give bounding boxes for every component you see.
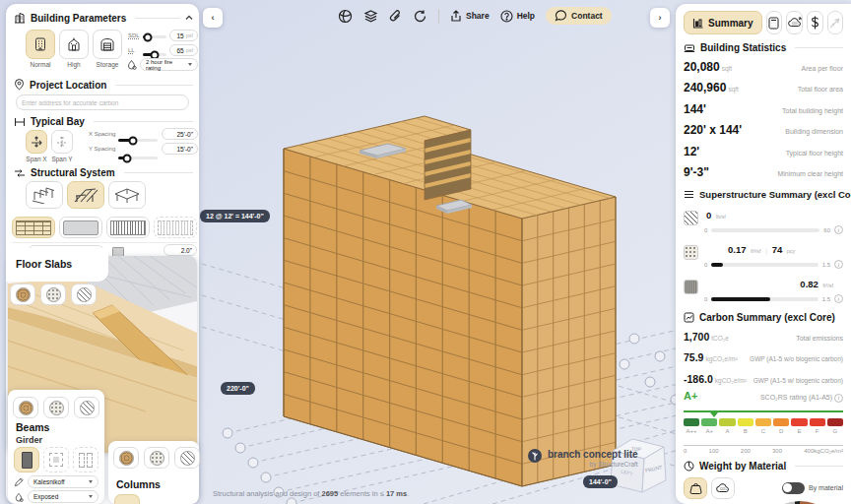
beam-material-steel-button[interactable] (74, 397, 99, 418)
column-shape-button-partial[interactable] (114, 494, 140, 504)
ll-value-field[interactable]: 65psf (169, 44, 198, 56)
rating-segment: D (773, 418, 789, 426)
building-type-normal-button[interactable] (26, 30, 55, 59)
building-icon (14, 12, 26, 24)
system-option-2-button[interactable] (67, 181, 104, 209)
stat-row: 220' x 144'Building dimension (684, 120, 843, 138)
girder-exposure-select[interactable]: Exposed (28, 490, 98, 503)
girder-double-button[interactable] (73, 447, 98, 472)
concrete-range[interactable] (711, 263, 818, 267)
stat-label: Area per floor (802, 65, 843, 72)
floor-slab-material-row (10, 284, 97, 305)
gwp-biogenic-unit: kgCO₂e/m² (715, 377, 747, 384)
span-y-button[interactable] (51, 130, 73, 154)
gwp-value: 75.9 (684, 351, 703, 363)
slab-type-concrete-button[interactable] (59, 217, 102, 238)
tab-cost[interactable] (807, 11, 823, 34)
fire-rating-select[interactable]: 2 hour fire rating (140, 58, 198, 71)
axis-tick: 400kgCO₂e/m² (804, 448, 843, 454)
range-min: 0 (704, 227, 707, 233)
column-material-steel-button[interactable] (174, 447, 200, 469)
y-spacing-slider[interactable] (118, 157, 158, 159)
total-emissions-unit: tCO₂e (711, 335, 729, 342)
sdl-slider[interactable] (143, 35, 166, 38)
timber-range[interactable] (711, 297, 818, 301)
steel-range[interactable] (711, 228, 819, 232)
status-suffix: . (407, 489, 409, 498)
column-material-concrete-button[interactable] (144, 447, 169, 469)
refresh-icon[interactable] (413, 9, 427, 24)
column-material-wood-button[interactable] (113, 447, 139, 469)
branch-logo-icon (528, 449, 542, 463)
building-type-storage-button[interactable] (93, 30, 122, 59)
tab-summary[interactable]: Summary (684, 11, 762, 34)
girder-box-button[interactable] (43, 447, 69, 472)
collapse-right-panel-button[interactable]: › (650, 8, 670, 28)
svg-text:CO₂: CO₂ (792, 22, 799, 26)
slab-material-hybrid-button[interactable] (71, 284, 97, 305)
app-window: TOP LEFT FRONT 12 @ 12' = 144'-0" 220'-0… (0, 0, 851, 504)
carbon-summary-title: Carbon Summary (excl Core) (699, 312, 835, 323)
beam-material-wood-button[interactable] (13, 397, 38, 418)
girder-supplier-select[interactable]: Kalesnikoff (28, 475, 98, 488)
ribbed-pattern (110, 220, 146, 235)
ll-value: 65 (176, 47, 183, 54)
beam-material-concrete-button[interactable] (43, 397, 69, 418)
share-icon (450, 10, 462, 23)
chevron-down-icon (188, 63, 192, 66)
ll-slider[interactable] (143, 53, 166, 56)
stat-label: Typical floor height (786, 150, 843, 157)
slab-type-ribbed-button[interactable] (106, 217, 150, 238)
system-option-3-button[interactable] (108, 181, 146, 209)
share-button[interactable]: Share (450, 10, 490, 23)
x-spacing-slider[interactable] (118, 139, 158, 142)
range-max: 1.5 (822, 262, 830, 268)
tab-calculator[interactable] (766, 11, 783, 34)
contact-button[interactable]: Contact (546, 7, 612, 25)
slab-material-concrete-button[interactable] (40, 284, 66, 305)
tab-wind-disabled[interactable] (827, 11, 843, 34)
stat-row: 9'-3"Minimum clear height (684, 162, 843, 180)
layers-icon[interactable] (363, 9, 378, 24)
span-x-button[interactable] (26, 130, 47, 154)
attachment-icon[interactable] (389, 9, 402, 24)
chevron-up-icon[interactable] (185, 15, 193, 21)
by-material-toggle[interactable] (782, 482, 805, 494)
wind-kite-icon (828, 17, 841, 30)
info-icon[interactable]: i (834, 260, 843, 269)
span-x-icon (30, 135, 43, 149)
weight-mode-button[interactable] (684, 477, 707, 499)
depth-dimension-label: 144'-0" (583, 475, 618, 488)
structural-system-title: Structural System (31, 167, 115, 178)
info-icon[interactable]: i (834, 225, 843, 234)
gwp-biogenic-label: GWP (A1-5 w/ biogenic carbon) (753, 377, 843, 384)
sdl-value-field[interactable]: 15psf (169, 30, 198, 41)
address-input[interactable]: Enter address for accurate carbon (16, 94, 189, 110)
tab-carbon[interactable]: CO₂ (786, 11, 803, 34)
topping-field[interactable]: 2.0" (164, 244, 197, 256)
slab-type-dashed-button[interactable] (154, 217, 197, 238)
system-option-1-button[interactable] (26, 181, 63, 209)
concrete-swatch-icon (684, 245, 698, 260)
co2-cloud-icon: CO₂ (716, 482, 730, 494)
system-grid-frame-icon (113, 186, 141, 204)
info-icon[interactable]: i (834, 394, 843, 403)
range-max: 60 (823, 227, 830, 233)
girder-solid-button[interactable] (14, 447, 39, 472)
building-statistics-header: Building Statistics (684, 42, 843, 53)
slab-type-clt-button[interactable] (12, 217, 55, 238)
slab-material-wood-button[interactable] (10, 284, 35, 305)
top-toolbar: Share Help Contact (338, 7, 612, 25)
help-button[interactable]: Help (500, 10, 535, 23)
carbon-mode-button[interactable]: CO₂ (711, 477, 735, 499)
stat-value: 12' (684, 145, 699, 158)
building-type-high-button[interactable] (59, 30, 89, 59)
rating-segment: C (755, 418, 771, 426)
collapse-left-panel-button[interactable]: ‹ (203, 8, 223, 28)
x-spacing-field[interactable]: 25'-0" (162, 128, 198, 140)
storage-building-icon (99, 36, 115, 52)
render-mode-icon[interactable] (338, 9, 353, 24)
y-spacing-field[interactable]: 15'-0" (162, 143, 198, 155)
info-icon[interactable]: i (834, 294, 843, 303)
superstructure-timber-row: 0.82 ft³/sf 0 1.5 i (684, 274, 843, 303)
